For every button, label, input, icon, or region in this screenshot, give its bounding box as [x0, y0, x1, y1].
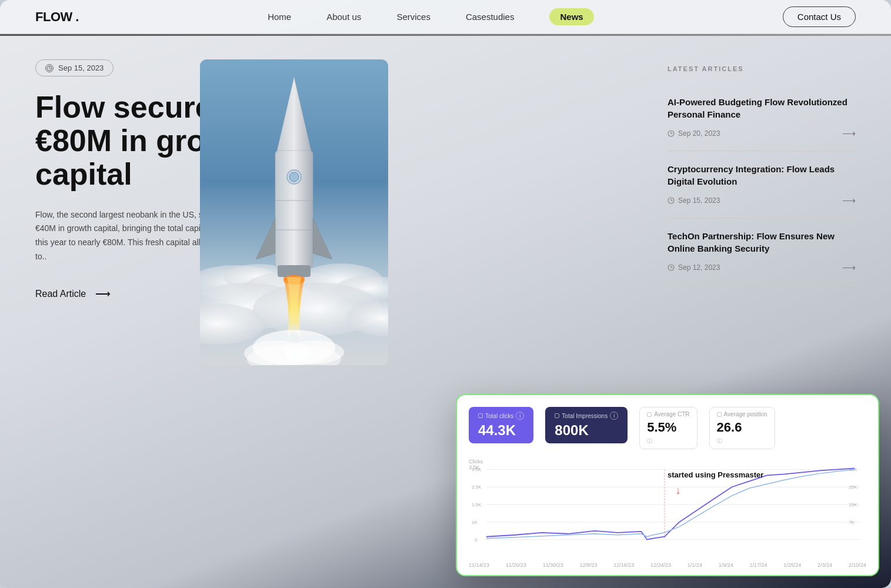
annotation-text: started using Pressmaster — [668, 470, 763, 479]
page-wrapper: FLOW . Home About us Services Casestudie… — [0, 0, 891, 588]
article-item-date: Sep 12, 2023 — [668, 263, 720, 272]
total-clicks-value: 44.3K — [478, 422, 524, 439]
nav-services[interactable]: Services — [396, 12, 431, 22]
avg-position-metric: Average position 26.6 ⓘ — [709, 407, 775, 449]
svg-point-15 — [289, 172, 299, 182]
nav-home[interactable]: Home — [268, 12, 291, 22]
list-item: AI-Powered Budgeting Flow Revolutionzed … — [668, 84, 856, 151]
info-icon[interactable]: i — [610, 412, 618, 420]
svg-text:2.5K: 2.5K — [472, 485, 482, 490]
nav-links: Home About us Services Casestudies News — [268, 8, 594, 25]
article-item-title: Cryptocurrency Integration: Flow Leads D… — [668, 163, 856, 188]
avg-position-value: 26.6 — [717, 420, 767, 435]
svg-rect-13 — [275, 151, 313, 268]
nav-about[interactable]: About us — [326, 12, 361, 22]
svg-text:15K: 15K — [849, 502, 857, 507]
info-icon[interactable]: i — [516, 412, 524, 420]
date-axis: 11/14/23 11/20/23 11/30/23 12/8/23 12/16… — [469, 562, 866, 568]
svg-text:1K: 1K — [472, 520, 478, 525]
avg-ctr-metric: Average CTR 5.5% ⓘ — [639, 407, 697, 449]
analytics-chart: Clicks 3.5K started using Pressmaster ↓ … — [469, 459, 866, 564]
navbar: FLOW . Home About us Services Casestudie… — [0, 0, 891, 34]
nav-casestudies[interactable]: Casestudies — [466, 12, 515, 22]
arrow-icon[interactable]: ⟶ — [842, 128, 856, 139]
list-item: TechOn Partnership: Flow Ensures New Onl… — [668, 218, 856, 285]
article-item-date: Sep 15, 2023 — [668, 196, 720, 205]
total-impressions-metric: Total Impressions i 800K — [545, 407, 628, 443]
article-item-title: AI-Powered Budgeting Flow Revolutionzed … — [668, 96, 856, 121]
total-impressions-value: 800K — [555, 422, 618, 439]
analytics-card: Total clicks i 44.3K Total Impressions i… — [456, 394, 879, 576]
svg-text:7K: 7K — [849, 520, 855, 525]
articles-panel-title: LATEST ARTICLES — [668, 65, 856, 72]
article-date: Sep 15, 2023 — [58, 64, 104, 72]
contact-us-button[interactable]: Contact Us — [783, 6, 856, 27]
list-item: Cryptocurrency Integration: Flow Leads D… — [668, 151, 856, 218]
arrow-icon[interactable]: ⟶ — [842, 195, 856, 206]
svg-text:0: 0 — [475, 537, 478, 543]
articles-panel: LATEST ARTICLES AI-Powered Budgeting Flo… — [668, 59, 856, 312]
arrow-right-icon: ⟶ — [95, 288, 111, 300]
svg-text:1.5K: 1.5K — [472, 502, 482, 507]
main-content: Sep 15, 2023 Flow secures €80M in growth… — [0, 36, 891, 336]
svg-text:25K: 25K — [849, 485, 857, 490]
analytics-header: Total clicks i 44.3K Total Impressions i… — [469, 407, 866, 449]
chart-y-label: Clicks 3.5K — [469, 459, 483, 470]
total-clicks-metric: Total clicks i 44.3K — [469, 407, 533, 443]
clock-icon — [45, 64, 54, 72]
article-date-badge: Sep 15, 2023 — [35, 59, 114, 76]
brand-logo: FLOW . — [35, 9, 79, 25]
rocket-image — [200, 59, 388, 365]
article-item-title: TechOn Partnership: Flow Ensures New Onl… — [668, 230, 856, 255]
annotation-arrow-icon: ↓ — [676, 485, 681, 497]
nav-news[interactable]: News — [549, 8, 593, 25]
arrow-icon[interactable]: ⟶ — [842, 262, 856, 273]
avg-ctr-value: 5.5% — [647, 420, 689, 435]
article-item-date: Sep 20, 2023 — [668, 129, 720, 138]
